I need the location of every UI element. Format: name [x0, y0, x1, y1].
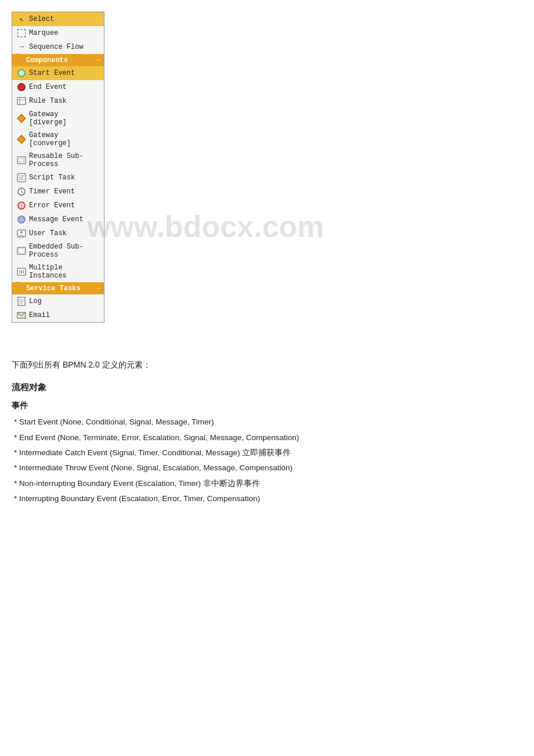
content-area: 下面列出所有 BPMN 2.0 定义的元素： 流程对象 事件 * Start E… [12, 358, 522, 506]
start-event-icon [17, 69, 26, 78]
tool-end-event[interactable]: End Event [12, 80, 104, 94]
event-item-1: * End Event (None, Terminate, Error, Esc… [14, 431, 522, 445]
reusable-subprocess-icon [17, 156, 26, 165]
tool-gateway-converge[interactable]: Gateway [converge] [12, 129, 104, 150]
tool-script-task[interactable]: Script Task [12, 171, 104, 185]
email-icon [17, 311, 26, 320]
arrow-icon: ↖ [17, 15, 26, 24]
components-folder-icon [16, 56, 24, 64]
tool-marquee[interactable]: Marquee [12, 26, 104, 40]
tool-error-event[interactable]: ! Error Event [12, 199, 104, 213]
end-event-icon [17, 82, 26, 92]
service-tasks-folder-icon [16, 284, 24, 293]
svg-marker-6 [17, 135, 26, 143]
service-tasks-section-header[interactable]: Service Tasks ↔ [12, 282, 104, 294]
tool-email[interactable]: Email [12, 308, 104, 322]
toolbox: ↖ Select Marquee → Sequence Flow Co [12, 12, 104, 323]
tool-rule-task-label: Rule Task [29, 97, 67, 105]
tool-end-event-label: End Event [29, 83, 67, 91]
tool-sequence-flow[interactable]: → Sequence Flow [12, 40, 104, 54]
tool-message-event[interactable]: Message Event [12, 213, 104, 226]
multiple-instances-icon [17, 267, 26, 276]
svg-rect-2 [17, 98, 26, 105]
embedded-subprocess-icon [17, 246, 26, 255]
gateway-diverge-icon [17, 114, 26, 123]
rule-task-icon [17, 96, 26, 106]
svg-text:!: ! [20, 204, 23, 210]
tool-gateway-diverge-label: Gateway [diverge] [29, 110, 99, 127]
event-item-0: * Start Event (None, Conditional, Signal… [14, 415, 522, 429]
event-item-4: * Non-interrupting Boundary Event (Escal… [14, 477, 522, 491]
tool-start-event-label: Start Event [29, 69, 75, 77]
tool-start-event[interactable]: Start Event [12, 66, 104, 80]
log-icon [17, 297, 26, 306]
svg-point-0 [18, 70, 25, 77]
tool-timer-event[interactable]: Timer Event [12, 185, 104, 199]
service-tasks-section-label: Service Tasks [26, 285, 81, 293]
timer-event-icon [17, 187, 26, 196]
components-collapse-icon[interactable]: ↔ [97, 57, 100, 63]
watermark: www.bdocx.com [87, 209, 324, 244]
tool-embedded-subprocess-label: Embedded Sub-Process [29, 243, 99, 259]
tool-rule-task[interactable]: Rule Task [12, 94, 104, 108]
tool-log-label: Log [29, 297, 42, 305]
tool-select[interactable]: ↖ Select [12, 12, 104, 26]
sequence-flow-icon: → [17, 42, 26, 52]
message-event-icon [17, 215, 26, 224]
components-section-header[interactable]: Components ↔ [12, 54, 104, 66]
tool-error-event-label: Error Event [29, 201, 75, 210]
svg-marker-5 [17, 114, 26, 123]
tool-gateway-diverge[interactable]: Gateway [diverge] [12, 108, 104, 129]
tool-user-task[interactable]: User Task [12, 226, 104, 240]
script-task-icon [17, 173, 26, 182]
tool-embedded-subprocess[interactable]: Embedded Sub-Process [12, 240, 104, 261]
tool-message-event-label: Message Event [29, 215, 84, 224]
content-intro: 下面列出所有 BPMN 2.0 定义的元素： [12, 358, 522, 372]
user-task-icon [17, 229, 26, 238]
svg-rect-7 [17, 157, 26, 164]
tool-reusable-subprocess-label: Reusable Sub-Process [29, 152, 99, 168]
tool-sequence-flow-label: Sequence Flow [29, 43, 84, 51]
event-item-3: * Intermediate Throw Event (None, Signal… [14, 461, 522, 475]
tool-user-task-label: User Task [29, 229, 67, 237]
section-events: 事件 [12, 398, 522, 413]
service-tasks-collapse-icon[interactable]: ↔ [97, 285, 100, 291]
tool-multiple-instances[interactable]: Multiple Instances [12, 261, 104, 282]
svg-point-21 [20, 231, 23, 233]
components-section-label: Components [26, 56, 68, 64]
tool-script-task-label: Script Task [29, 174, 75, 182]
event-item-2: * Intermediate Catch Event (Signal, Time… [14, 446, 522, 460]
tool-multiple-instances-label: Multiple Instances [29, 264, 99, 280]
gateway-converge-icon [17, 135, 26, 144]
error-event-icon: ! [17, 201, 26, 210]
tool-email-label: Email [29, 311, 50, 319]
tool-reusable-subprocess[interactable]: Reusable Sub-Process [12, 150, 104, 171]
svg-point-1 [18, 84, 25, 91]
section-flow-objects: 流程对象 [12, 379, 522, 395]
tool-log[interactable]: Log [12, 294, 104, 308]
marquee-icon [17, 28, 26, 38]
tool-select-label: Select [29, 15, 54, 23]
tool-gateway-converge-label: Gateway [converge] [29, 131, 99, 147]
tool-marquee-label: Marquee [29, 29, 58, 37]
event-item-5: * Interrupting Boundary Event (Escalatio… [14, 492, 522, 506]
tool-timer-event-label: Timer Event [29, 188, 75, 196]
